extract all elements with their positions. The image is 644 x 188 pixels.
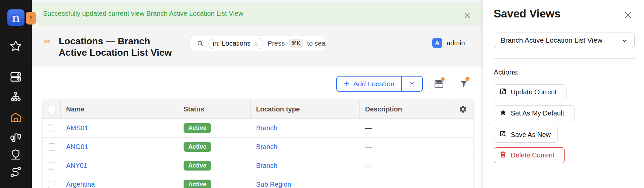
route-icon — [9, 174, 22, 179]
row-checkbox[interactable] — [48, 162, 55, 170]
select-all-checkbox[interactable] — [48, 106, 55, 113]
global-search-input[interactable]: in: Locations Press ⌘K to search — [190, 36, 326, 51]
page-title: Locations — Branch Active Location List … — [59, 36, 172, 58]
cable-icon — [9, 139, 22, 145]
column-header-name[interactable]: Name — [61, 100, 178, 119]
search-placeholder-suffix: to search — [307, 40, 326, 47]
add-location-label: Add Location — [353, 80, 395, 88]
column-header-status[interactable]: Status — [178, 100, 251, 119]
app-logo-letter: n — [12, 11, 20, 24]
search-filter-chip[interactable]: in: Locations — [208, 38, 263, 49]
table-row: AMS01 Active Branch — — [43, 119, 473, 138]
columns-notification-dot — [441, 77, 445, 81]
description-value: — — [365, 162, 372, 170]
set-as-my-default-label: Set As My Default — [511, 109, 564, 117]
search-icon — [197, 40, 204, 47]
search-filter-chip-label: in: Locations — [213, 40, 250, 47]
saved-views-panel: Saved Views Branch Active Location List … — [482, 0, 644, 188]
saved-view-selected-label: Branch Active Location List View — [501, 36, 602, 44]
row-checkbox[interactable] — [48, 181, 55, 188]
set-as-my-default-button[interactable]: Set As My Default — [494, 105, 575, 121]
delete-current-label: Delete Current — [511, 151, 554, 159]
add-location-button[interactable]: Add Location — [337, 77, 402, 91]
sidebar-expand-button[interactable] — [26, 12, 36, 25]
sidebar-item-favorites[interactable] — [9, 40, 22, 52]
star-icon — [9, 48, 22, 53]
delete-current-button[interactable]: Delete Current — [494, 147, 565, 163]
description-value: — — [365, 124, 372, 132]
table-row: ANG01 Active Branch — — [43, 138, 473, 156]
table-columns-icon — [434, 85, 444, 90]
plus-icon — [344, 81, 350, 87]
location-type-link[interactable]: Branch — [256, 162, 277, 170]
avatar-initial: A — [435, 40, 439, 46]
server-stack-icon — [9, 79, 22, 84]
sidebar-item-locations[interactable] — [9, 111, 22, 124]
nautobot-app: n Successfully updated current view Br — [0, 0, 644, 188]
description-value: — — [365, 143, 372, 151]
column-header-description[interactable]: Description — [360, 100, 452, 119]
description-value: — — [365, 181, 372, 188]
status-badge: Active — [184, 123, 211, 133]
status-badge: Active — [184, 180, 211, 188]
app-logo[interactable]: n — [7, 9, 24, 26]
chevron-down-icon — [409, 80, 415, 88]
status-badge: Active — [184, 142, 211, 152]
page-title-line-1: Locations — Branch — [59, 36, 172, 47]
trash-icon — [499, 151, 507, 160]
search-placeholder-prefix: Press — [267, 40, 285, 47]
chevron-down-icon — [622, 37, 628, 43]
chip-close-icon[interactable] — [254, 41, 259, 46]
filter-icon — [459, 85, 468, 90]
saved-view-select[interactable]: Branch Active Location List View — [494, 33, 635, 48]
table-row: ANY01 Active Branch — — [43, 156, 473, 175]
hierarchy-icon — [9, 99, 22, 104]
filter-notification-dot — [465, 77, 469, 81]
user-menu[interactable]: A admin — [432, 38, 465, 48]
banner-close-icon[interactable] — [462, 11, 472, 21]
saved-views-title: Saved Views — [494, 7, 560, 20]
chevron-right-icon — [29, 15, 33, 21]
panel-close-icon[interactable] — [623, 10, 634, 21]
building-icon — [9, 119, 22, 125]
star-icon — [499, 109, 507, 118]
column-header-location-type[interactable]: Location type — [251, 100, 360, 119]
location-name-link[interactable]: AMS01 — [66, 124, 88, 132]
actions-label: Actions: — [494, 68, 519, 76]
location-type-link[interactable]: Branch — [256, 143, 277, 151]
location-name-link[interactable]: ANG01 — [66, 143, 88, 151]
save-as-new-label: Save As New — [511, 131, 551, 139]
table-header-row: Name Status Location type Description — [43, 100, 473, 119]
save-as-new-button[interactable]: Save As New — [494, 127, 558, 143]
avatar: A — [432, 38, 442, 48]
sidebar: n — [0, 0, 32, 188]
location-name-link[interactable]: Argentina — [66, 181, 95, 188]
page-title-line-2: Active Location List View — [59, 47, 172, 58]
status-badge: Active — [184, 161, 211, 171]
panel-divider — [494, 58, 635, 59]
main-content: Successfully updated current view Branch… — [32, 0, 482, 188]
table-row: Argentina Active Sub Region — — [43, 175, 473, 188]
row-checkbox[interactable] — [48, 143, 55, 151]
sidebar-item-inventory[interactable] — [9, 70, 22, 83]
sidebar-item-organization[interactable] — [9, 91, 22, 103]
add-location-dropdown-button[interactable] — [402, 77, 422, 91]
update-current-button[interactable]: Update Current — [494, 84, 566, 100]
location-name-link[interactable]: ANY01 — [66, 162, 87, 170]
sidebar-item-automation[interactable] — [9, 166, 22, 178]
row-checkbox[interactable] — [48, 125, 55, 132]
gear-icon[interactable] — [459, 105, 467, 113]
save-icon — [499, 88, 507, 97]
search-kbd-shortcut: ⌘K — [289, 39, 303, 48]
success-banner: Successfully updated current view Branch… — [32, 2, 482, 26]
breadcrumb: ››› — [43, 36, 49, 46]
username-label: admin — [447, 39, 465, 47]
location-type-link[interactable]: Branch — [256, 124, 277, 132]
success-banner-message: Successfully updated current view Branch… — [43, 2, 243, 26]
save-plus-icon — [499, 130, 507, 139]
add-location-split-button: Add Location — [336, 76, 423, 92]
sidebar-item-security[interactable] — [9, 148, 22, 161]
update-current-label: Update Current — [511, 88, 557, 96]
location-type-link[interactable]: Sub Region — [256, 181, 291, 188]
sidebar-item-connections[interactable] — [9, 131, 22, 144]
